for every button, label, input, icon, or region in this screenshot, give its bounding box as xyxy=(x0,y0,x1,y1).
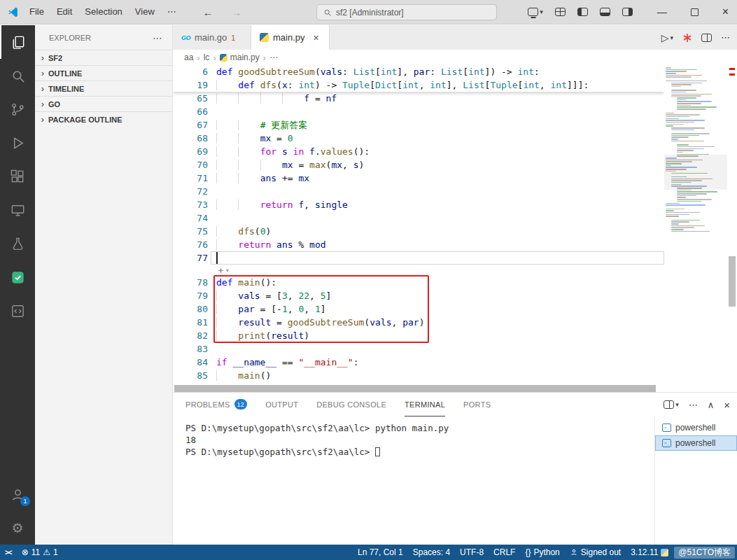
line-number[interactable]: 74 xyxy=(173,211,216,225)
breadcrumb-item[interactable]: lc xyxy=(204,52,210,62)
code-editor[interactable]: 65 f = nf6667 # 更新答案68 mx = 069 for s in… xyxy=(173,65,737,392)
run-and-debug-icon[interactable] xyxy=(0,126,35,160)
explorer-icon[interactable] xyxy=(0,25,35,59)
line-number[interactable]: 79 xyxy=(173,289,216,302)
command-center-search[interactable]: sf2 [Administrator] xyxy=(316,4,497,20)
vertical-scrollbar[interactable] xyxy=(727,65,737,385)
copilot-status[interactable]: Signed out xyxy=(565,545,626,560)
line-number[interactable]: 6 xyxy=(173,65,216,78)
more-actions-icon[interactable]: ⋯ xyxy=(153,32,162,43)
panel-tab-debug-console[interactable]: DEBUG CONSOLE xyxy=(316,393,386,416)
line-number[interactable]: 76 xyxy=(173,238,216,251)
extension-docs-icon[interactable] xyxy=(0,294,35,328)
line-number[interactable]: 70 xyxy=(173,158,216,172)
code-line-74[interactable]: 74 xyxy=(173,211,664,225)
code-line-72[interactable]: 72 xyxy=(173,185,664,198)
source-control-icon[interactable] xyxy=(0,92,35,126)
code-line-70[interactable]: 70 mx = max(mx, s) xyxy=(173,158,664,172)
settings-gear-icon[interactable]: ⚙ xyxy=(0,511,35,545)
line-number[interactable]: 69 xyxy=(173,145,216,158)
scrollbar-thumb[interactable] xyxy=(729,256,736,307)
panel-tab-ports[interactable]: PORTS xyxy=(463,393,491,416)
more-actions-icon[interactable]: ⋯ xyxy=(721,32,730,43)
inline-suggestion-widget[interactable]: ▾ xyxy=(173,265,664,276)
breadcrumb-item[interactable]: ⋯ xyxy=(269,52,278,62)
code-line-69[interactable]: 69 for s in f.values(): xyxy=(173,145,664,158)
line-number[interactable]: 68 xyxy=(173,132,216,145)
horizontal-scrollbar[interactable] xyxy=(173,385,664,392)
terminal-list-item[interactable]: >_powershell xyxy=(655,435,737,451)
search-icon[interactable] xyxy=(0,59,35,92)
toggle-panel-icon[interactable] xyxy=(600,8,610,16)
code-line-83[interactable]: 83 xyxy=(173,342,664,356)
line-number[interactable]: 82 xyxy=(173,329,216,342)
customize-layout-icon[interactable] xyxy=(555,8,566,16)
extensions-icon[interactable] xyxy=(0,160,35,193)
code-line-71[interactable]: 71 ans += mx xyxy=(173,172,664,185)
line-number[interactable]: 77 xyxy=(173,251,216,265)
menu-file[interactable]: File xyxy=(23,0,50,24)
code-line-78[interactable]: 78def main(): xyxy=(173,276,664,289)
encoding-status[interactable]: UTF-8 xyxy=(455,545,489,560)
breadcrumb-item[interactable]: aa xyxy=(184,52,193,62)
line-number[interactable]: 72 xyxy=(173,185,216,198)
code-line-82[interactable]: 82 print(result) xyxy=(173,329,664,342)
close-panel-icon[interactable]: × xyxy=(724,399,730,411)
problems-status[interactable]: ⊗ 11 ⚠ 1 xyxy=(17,545,63,560)
remote-explorer-icon[interactable] xyxy=(0,193,35,227)
code-line-80[interactable]: 80 par = [-1, 0, 1] xyxy=(173,302,664,316)
testing-icon[interactable] xyxy=(0,227,35,260)
breadcrumb-item[interactable]: main.py xyxy=(220,52,260,62)
code-line-67[interactable]: 67 # 更新答案 xyxy=(173,118,664,132)
line-number[interactable]: 80 xyxy=(173,302,216,316)
maximize-button[interactable] xyxy=(691,8,699,16)
account-icon[interactable]: 1 xyxy=(0,477,35,511)
code-line-84[interactable]: 84if __name__ == "__main__": xyxy=(173,356,664,369)
terminal-list-item[interactable]: >_powershell xyxy=(655,420,737,435)
python-version-status[interactable]: 3.12.11 xyxy=(626,545,673,560)
sidebar-section-package-outline[interactable]: ›PACKAGE OUTLINE xyxy=(35,111,172,127)
menu-selection[interactable]: Selection xyxy=(78,0,128,24)
tab-main.go[interactable]: GOmain.go1 xyxy=(173,25,251,50)
menu-overflow[interactable]: ⋯ xyxy=(161,0,183,24)
panel-tab-problems[interactable]: PROBLEMS12 xyxy=(185,393,247,416)
forward-button[interactable]: → xyxy=(223,6,249,18)
code-runner-icon[interactable] xyxy=(682,33,692,43)
extension-custom-icon[interactable] xyxy=(0,260,35,294)
line-number[interactable]: 75 xyxy=(173,225,216,238)
line-number[interactable]: 66 xyxy=(173,105,216,118)
sidebar-section-sf2[interactable]: ›SF2 xyxy=(35,50,172,65)
code-line-68[interactable]: 68 mx = 0 xyxy=(173,132,664,145)
code-line-81[interactable]: 81 result = goodSubtreeSum(vals, par) xyxy=(173,316,664,329)
code-line-65[interactable]: 65 f = nf xyxy=(173,92,664,105)
line-number[interactable]: 78 xyxy=(173,276,216,289)
run-button[interactable]: ▷ ▾ xyxy=(661,32,673,43)
code-line-85[interactable]: 85 main() xyxy=(173,369,664,382)
sidebar-section-go[interactable]: ›GO xyxy=(35,96,172,111)
code-line-73[interactable]: 73 return f, single xyxy=(173,198,664,211)
panel-tab-output[interactable]: OUTPUT xyxy=(265,393,298,416)
toggle-secondary-sidebar-icon[interactable] xyxy=(622,8,633,16)
line-number[interactable]: 65 xyxy=(173,92,216,105)
back-button[interactable]: ← xyxy=(195,6,221,18)
code-line-19[interactable]: 19 def dfs(x: int) -> Tuple[Dict[int, in… xyxy=(173,78,664,92)
code-line-75[interactable]: 75 dfs(0) xyxy=(173,225,664,238)
minimize-button[interactable]: — xyxy=(657,6,667,18)
language-mode-status[interactable]: {} Python xyxy=(520,545,564,560)
code-line-76[interactable]: 76 return ans % mod xyxy=(173,238,664,251)
close-icon[interactable]: × xyxy=(314,32,319,43)
indentation-status[interactable]: Spaces: 4 xyxy=(408,545,455,560)
toggle-primary-sidebar-icon[interactable] xyxy=(577,8,588,16)
code-line-79[interactable]: 79 vals = [3, 22, 5] xyxy=(173,289,664,302)
line-number[interactable]: 67 xyxy=(173,118,216,132)
split-editor-icon[interactable] xyxy=(701,34,712,42)
terminal-output[interactable]: PS D:\mysetup\gopath\src\sf2\aa\lc> pyth… xyxy=(173,416,654,545)
code-line-77[interactable]: 77 xyxy=(173,251,664,265)
more-actions-icon[interactable]: ⋯ xyxy=(689,400,698,410)
line-number[interactable]: 73 xyxy=(173,198,216,211)
profile-dropdown[interactable]: ▾ xyxy=(528,8,543,16)
line-number[interactable]: 19 xyxy=(173,78,216,92)
sidebar-section-timeline[interactable]: ›TIMELINE xyxy=(35,80,172,96)
sidebar-section-outline[interactable]: ›OUTLINE xyxy=(35,65,172,80)
cursor-position-status[interactable]: Ln 77, Col 1 xyxy=(353,545,408,560)
